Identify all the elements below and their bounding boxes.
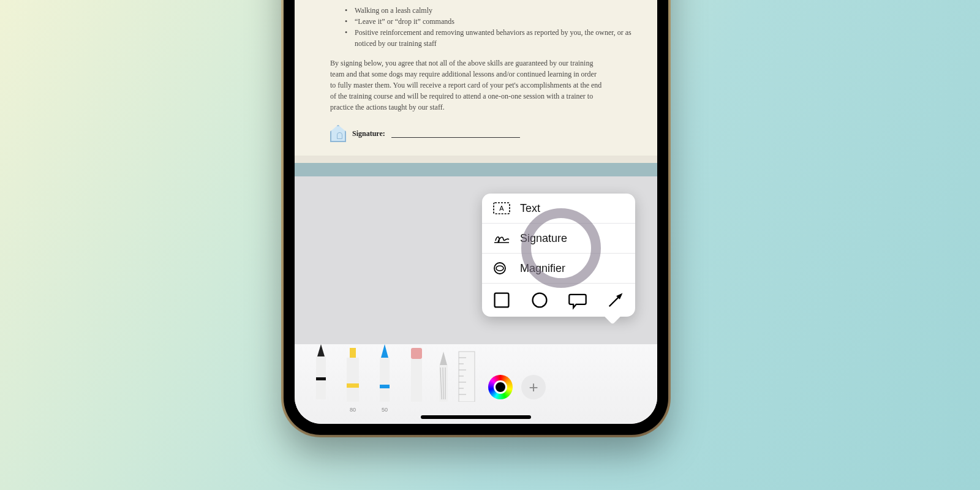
tool-size-label: 80 xyxy=(339,407,367,413)
svg-rect-15 xyxy=(380,385,390,388)
signature-label: Signature: xyxy=(352,128,385,139)
svg-marker-7 xyxy=(317,344,325,356)
house-icon xyxy=(330,125,346,142)
svg-point-4 xyxy=(533,293,547,307)
magnifier-icon xyxy=(493,261,510,276)
lasso-tool[interactable] xyxy=(434,350,453,402)
pen-tool[interactable] xyxy=(307,350,335,402)
svg-rect-10 xyxy=(350,348,356,358)
ruler-tool[interactable] xyxy=(456,350,477,402)
highlighter-tool[interactable]: 80 xyxy=(339,350,367,402)
rectangle-shape-icon[interactable] xyxy=(492,291,511,309)
eraser-tool[interactable] xyxy=(402,350,431,402)
document-viewer[interactable]: Walking on a leash calmly “Leave it” or … xyxy=(295,0,657,156)
markup-toolbar: 80 50 xyxy=(295,344,657,424)
tutorial-highlight-circle xyxy=(521,208,601,288)
svg-marker-13 xyxy=(381,344,388,358)
bullet-list: Walking on a leash calmly “Leave it” or … xyxy=(312,5,640,49)
arrow-shape-icon[interactable] xyxy=(606,291,625,309)
phone-mockup: Walking on a leash calmly “Leave it” or … xyxy=(284,0,668,435)
shape-row xyxy=(482,284,635,317)
signature-field[interactable] xyxy=(391,129,520,138)
svg-rect-12 xyxy=(347,383,359,388)
agreement-paragraph: By signing below, you agree that not all… xyxy=(312,49,640,113)
svg-rect-11 xyxy=(347,358,359,402)
document-footer-band xyxy=(295,163,657,176)
svg-rect-16 xyxy=(411,348,422,359)
svg-marker-18 xyxy=(440,352,447,365)
svg-rect-14 xyxy=(380,358,390,402)
phone-screen: Walking on a leash calmly “Leave it” or … xyxy=(295,0,657,424)
color-picker[interactable] xyxy=(488,375,513,399)
list-item: “Leave it” or “drop it” commands xyxy=(342,16,640,27)
signature-icon xyxy=(493,231,510,246)
text-box-icon: A xyxy=(493,201,510,216)
svg-rect-17 xyxy=(411,359,422,402)
svg-rect-3 xyxy=(495,293,509,307)
home-indicator[interactable] xyxy=(421,415,531,419)
pencil-tool[interactable]: 50 xyxy=(371,350,399,402)
circle-shape-icon[interactable] xyxy=(530,291,549,309)
speech-bubble-icon[interactable] xyxy=(568,291,587,309)
svg-rect-9 xyxy=(316,377,326,380)
list-item: Walking on a leash calmly xyxy=(342,5,640,16)
current-color-swatch xyxy=(494,380,507,394)
tool-size-label: 50 xyxy=(371,407,399,413)
signature-line: Signature: xyxy=(312,113,640,146)
add-button[interactable]: + xyxy=(521,375,546,399)
svg-text:A: A xyxy=(499,205,504,212)
popover-label: Text xyxy=(520,202,540,215)
list-item: Positive reinforcement and removing unwa… xyxy=(342,27,640,49)
